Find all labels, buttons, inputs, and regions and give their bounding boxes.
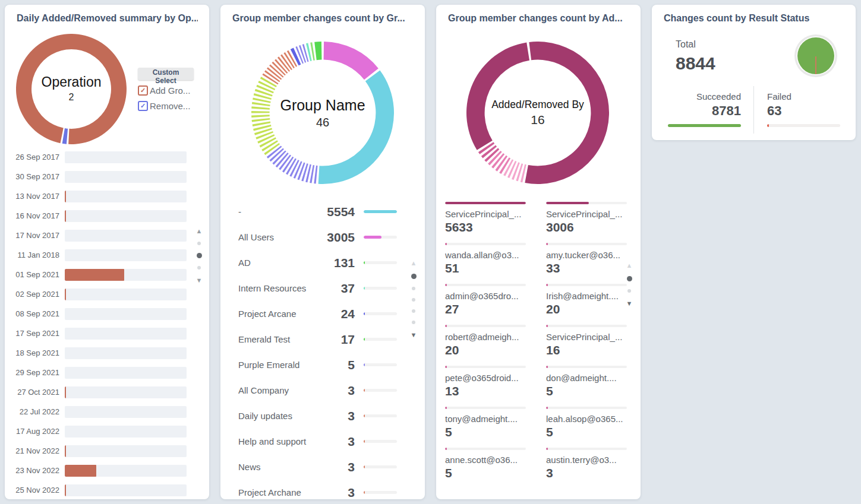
date-row[interactable]: 17 Aug 2022 [5, 421, 209, 441]
date-row[interactable]: 30 Sep 2017 [5, 167, 209, 186]
date-row[interactable]: 21 Nov 2022 [5, 441, 209, 461]
donut-slice[interactable] [251, 111, 270, 113]
donut-slice[interactable] [62, 128, 68, 144]
date-bar-track[interactable] [65, 386, 187, 398]
date-row[interactable]: 02 Sep 2021 [5, 284, 209, 304]
date-row[interactable]: 18 Sep 2021 [5, 343, 209, 363]
date-bar-track[interactable] [65, 484, 187, 496]
pager-dot[interactable] [197, 242, 201, 245]
custom-select-button[interactable]: Custom Select [138, 68, 194, 80]
donut-slice[interactable] [251, 115, 270, 118]
date-bar-track[interactable] [65, 210, 187, 222]
pager-dot[interactable] [412, 321, 415, 324]
added-removed-by-donut-chart[interactable] [466, 42, 609, 184]
date-bar-track[interactable] [65, 171, 187, 183]
donut-slice[interactable] [314, 166, 317, 184]
admin-cell[interactable]: ServicePrincipal_...5633 [445, 202, 526, 234]
group-row[interactable]: -5554 [220, 199, 425, 224]
date-row[interactable]: 27 Oct 2021 [5, 382, 209, 402]
date-bar-track[interactable] [65, 289, 187, 300]
pager-up-arrow[interactable]: ▲ [196, 228, 203, 234]
date-row[interactable]: 26 Sep 2017 [5, 147, 209, 167]
donut-slice[interactable] [314, 42, 321, 60]
group-row[interactable]: News3 [220, 454, 425, 480]
admin-cell[interactable]: leah.alsop@o365...5 [546, 407, 627, 439]
date-row[interactable]: 08 Sep 2021 [5, 304, 209, 324]
pager-dot[interactable] [627, 276, 632, 281]
admin-cell[interactable]: admin@o365dro...27 [445, 284, 526, 316]
donut-slice[interactable] [294, 161, 302, 179]
date-bar-track[interactable] [65, 465, 187, 477]
date-bar-track[interactable] [65, 445, 187, 457]
date-bar-track[interactable] [65, 249, 187, 261]
pager-down-arrow[interactable]: ▼ [411, 332, 417, 338]
date-row[interactable]: 01 Sep 2021 [5, 265, 209, 284]
group-row[interactable]: Project Arcane24 [220, 301, 425, 327]
date-row[interactable]: 22 Jul 2022 [5, 402, 209, 421]
admin-cell[interactable]: anne.scott@o36...5 [445, 448, 526, 480]
donut-slice[interactable] [258, 81, 275, 90]
group-row[interactable]: AD131 [220, 250, 425, 275]
date-bar-track[interactable] [65, 151, 187, 163]
group-row[interactable]: Emerald Test17 [220, 327, 425, 352]
group-row[interactable]: Project Archane3 [220, 480, 425, 499]
admin-cell[interactable]: Irish@admeight....20 [546, 284, 627, 316]
date-row[interactable]: 23 Nov 2022 [5, 461, 209, 480]
date-bar-track[interactable] [65, 426, 187, 438]
operation-donut-chart[interactable] [16, 34, 127, 144]
donut-slice[interactable] [252, 102, 270, 106]
group-name-donut-chart[interactable] [251, 42, 394, 184]
admin-cell[interactable]: wanda.allan@o3...51 [445, 243, 526, 275]
date-bar-track[interactable] [65, 406, 187, 418]
pager-dot[interactable] [627, 289, 631, 293]
admin-cell[interactable]: robert@admeigh...20 [445, 325, 526, 357]
donut-slice[interactable] [324, 42, 379, 80]
admin-cell[interactable]: pete@o365droid...13 [445, 366, 526, 398]
checkbox-add-group[interactable]: ✓ Add Gro... [138, 85, 203, 96]
donut-slice[interactable] [507, 161, 516, 178]
admin-cell[interactable]: ServicePrincipal_...3006 [546, 202, 627, 234]
pager-up-arrow[interactable]: ▲ [626, 262, 633, 268]
donut-slice[interactable] [252, 118, 270, 122]
result-status-pie-chart[interactable] [794, 34, 838, 78]
group-row[interactable]: Intern Resources37 [220, 275, 425, 301]
date-row[interactable]: 13 Nov 2017 [5, 186, 209, 206]
date-bar-track[interactable] [65, 269, 187, 281]
pager-dot[interactable] [412, 287, 415, 290]
pager-dot[interactable] [197, 266, 201, 270]
date-bar-track[interactable] [65, 308, 187, 320]
date-row[interactable]: 25 Nov 2022 [5, 480, 209, 500]
group-row[interactable]: Help and support3 [220, 429, 425, 454]
pager-dot[interactable] [411, 274, 417, 279]
donut-slice[interactable] [251, 106, 270, 109]
group-row[interactable]: Purple Emerald5 [220, 352, 425, 378]
admin-cell[interactable]: ServicePrincipal_...16 [546, 325, 627, 357]
date-bar-track[interactable] [65, 328, 187, 340]
date-bar-track[interactable] [65, 347, 187, 359]
donut-slice[interactable] [525, 42, 609, 184]
date-row[interactable]: 17 Nov 2017 [5, 226, 209, 245]
donut-slice[interactable] [291, 48, 301, 66]
pager-dot[interactable] [197, 253, 202, 258]
pager-down-arrow[interactable]: ▼ [196, 277, 203, 283]
date-bar-track[interactable] [65, 367, 187, 379]
pager-down-arrow[interactable]: ▼ [626, 300, 633, 306]
admin-cell[interactable]: amy.tucker@o36...33 [546, 243, 627, 275]
pager-up-arrow[interactable]: ▲ [411, 260, 417, 266]
admin-cell[interactable]: tony@admeight....5 [445, 407, 526, 439]
donut-slice[interactable] [16, 34, 127, 144]
admin-cell[interactable]: austin.terry@o3...3 [546, 448, 627, 480]
group-row[interactable]: All Users3005 [220, 224, 425, 250]
group-row[interactable]: Daily updates3 [220, 403, 425, 429]
date-bar-track[interactable] [65, 191, 187, 202]
date-row[interactable]: 29 Sep 2021 [5, 363, 209, 382]
date-row[interactable]: 16 Nov 2017 [5, 206, 209, 226]
donut-slice[interactable] [466, 42, 529, 150]
date-bar-track[interactable] [65, 230, 187, 242]
date-row[interactable]: 17 Sep 2021 [5, 324, 209, 343]
donut-slice[interactable] [318, 71, 394, 184]
date-row[interactable]: 11 Jan 2018 [5, 245, 209, 265]
checkbox-remove-group[interactable]: ✓ Remove... [138, 101, 203, 111]
pager-dot[interactable] [412, 298, 415, 302]
group-row[interactable]: All Company3 [220, 378, 425, 403]
